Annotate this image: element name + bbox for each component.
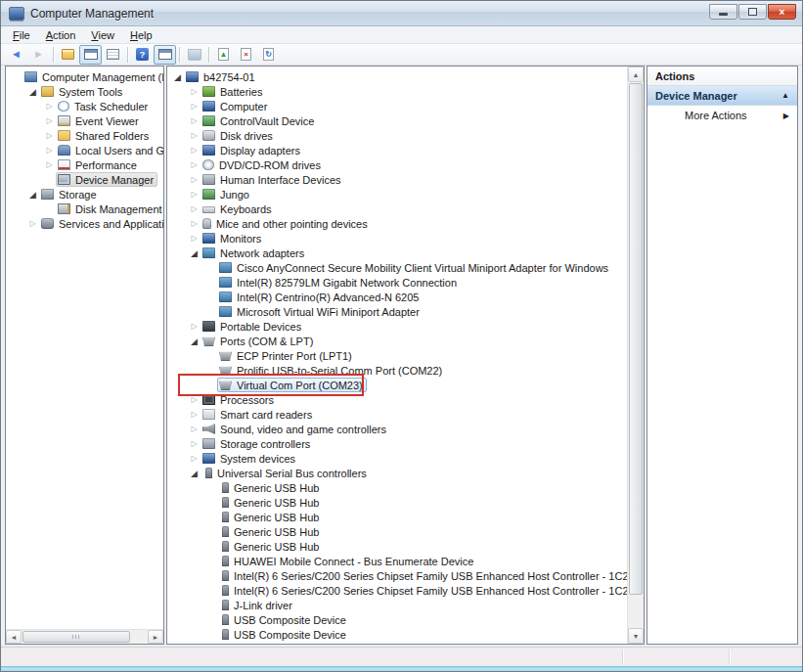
scroll-up-button[interactable]: ▲ — [628, 67, 644, 82]
device-tree-item[interactable]: J-Link driver — [167, 598, 627, 612]
scroll-down-button[interactable]: ▼ — [628, 628, 644, 644]
device-tree-item[interactable]: USB Mass Storage Device — [167, 642, 627, 645]
device-tree-item[interactable]: ▷ControlVault Device — [167, 113, 627, 128]
device-tree-item[interactable]: ▷Portable Devices — [167, 319, 627, 334]
device-tree-item[interactable]: ▷Batteries — [167, 84, 627, 99]
device-tree-item[interactable]: ▷Sound, video and game controllers — [167, 422, 627, 436]
device-tree-item[interactable]: HUAWEI Mobile Connect - Bus Enumerate De… — [167, 554, 627, 568]
expander-closed-icon[interactable]: ▷ — [188, 425, 201, 433]
console-tree-item[interactable]: ▷Task Scheduler — [6, 99, 163, 113]
actions-group-device-manager[interactable]: Device Manager ▲ — [647, 86, 797, 106]
restore-button[interactable] — [738, 4, 767, 20]
device-tree-item[interactable]: Intel(R) 6 Series/C200 Series Chipset Fa… — [167, 583, 627, 598]
minimize-button[interactable] — [709, 4, 737, 20]
expander-closed-icon[interactable]: ▷ — [188, 204, 201, 213]
expander-closed-icon[interactable]: ▷ — [43, 131, 56, 140]
device-tree-item[interactable]: ▷Smart card readers — [167, 407, 627, 422]
expander-closed-icon[interactable]: ▷ — [188, 116, 201, 125]
expander-closed-icon[interactable]: ▷ — [188, 410, 201, 419]
properties-button[interactable] — [102, 45, 124, 65]
expander-closed-icon[interactable]: ▷ — [188, 131, 201, 140]
device-tree-item[interactable]: ▷Storage controllers — [167, 436, 627, 451]
device-tree-item[interactable]: Virtual Com Port (COM23) — [167, 378, 627, 392]
back-button[interactable]: ◄ — [5, 45, 27, 65]
device-tree-item[interactable]: ▷Processors — [167, 392, 627, 407]
scan-hardware-button[interactable]: ↻ — [257, 45, 280, 65]
expander-open-icon[interactable]: ◢ — [171, 72, 184, 82]
more-actions-item[interactable]: More Actions ▶ — [647, 106, 797, 125]
device-tree-item[interactable]: ▷Mice and other pointing devices — [167, 216, 627, 231]
show-console-tree-button[interactable] — [57, 45, 79, 65]
device-tree-item[interactable]: USB Composite Device — [167, 627, 627, 642]
console-tree-item[interactable]: ▷Shared Folders — [6, 128, 163, 143]
expander-closed-icon[interactable]: ▷ — [188, 146, 201, 155]
device-tree-item[interactable]: ▷DVD/CD-ROM drives — [167, 157, 627, 172]
device-tree-item[interactable]: ▷Computer — [167, 99, 627, 113]
console-tree-item[interactable]: ▷Event Viewer — [6, 113, 163, 128]
device-tree-item[interactable]: ▷Jungo — [167, 187, 627, 202]
device-tree-item[interactable]: Intel(R) Centrino(R) Advanced-N 6205 — [167, 290, 627, 304]
expander-closed-icon[interactable]: ▷ — [26, 219, 39, 228]
expander-closed-icon[interactable]: ▷ — [188, 102, 201, 111]
menu-help[interactable]: Help — [122, 28, 160, 42]
menu-file[interactable]: File — [5, 28, 38, 42]
scroll-right-button[interactable]: ► — [148, 630, 163, 644]
console-tree-item[interactable]: ◢Storage — [6, 187, 163, 202]
device-tree-item[interactable]: ◢Network adapters — [167, 246, 627, 260]
uninstall-device-button[interactable]: × — [235, 45, 257, 65]
collapse-arrow-icon[interactable]: ▲ — [781, 91, 789, 100]
device-tree-item[interactable]: ◢Ports (COM & LPT) — [167, 334, 627, 348]
console-tree-item[interactable]: Device Manager — [6, 172, 163, 187]
device-tree-item[interactable]: Generic USB Hub — [167, 480, 627, 495]
expander-closed-icon[interactable]: ▷ — [188, 160, 201, 169]
expander-closed-icon[interactable]: ▷ — [188, 175, 201, 184]
expander-closed-icon[interactable]: ▷ — [43, 102, 56, 111]
close-button[interactable]: × — [768, 4, 796, 20]
device-tree-item[interactable]: Cisco AnyConnect Secure Mobility Client … — [167, 260, 627, 275]
expander-closed-icon[interactable]: ▷ — [188, 87, 201, 96]
update-driver-button[interactable]: ▲ — [212, 45, 235, 65]
console-tree-item[interactable]: Computer Management (Local — [6, 69, 163, 84]
device-tree-item[interactable]: ▷System devices — [167, 451, 627, 466]
device-tree-item[interactable]: ▷Keyboards — [167, 202, 627, 216]
show-action-pane-button[interactable] — [154, 45, 176, 65]
device-tree-item[interactable]: ▷Human Interface Devices — [167, 172, 627, 187]
device-tree-item[interactable]: ▷Disk drives — [167, 128, 627, 143]
expander-closed-icon[interactable]: ▷ — [188, 190, 201, 199]
device-tree-item[interactable]: USB Composite Device — [167, 612, 627, 627]
console-tree-item[interactable]: ◢System Tools — [6, 84, 163, 99]
expander-open-icon[interactable]: ◢ — [188, 336, 201, 346]
remote-computer-button[interactable] — [183, 45, 205, 65]
device-tree-item[interactable]: Generic USB Hub — [167, 524, 627, 539]
vertical-scrollbar[interactable]: ▲ ▼ — [627, 67, 644, 644]
device-tree-item[interactable]: ◢Universal Serial Bus controllers — [167, 466, 627, 480]
title-bar[interactable]: Computer Management × — [1, 1, 802, 26]
device-tree-item[interactable]: ECP Printer Port (LPT1) — [167, 348, 627, 363]
expander-open-icon[interactable]: ◢ — [188, 248, 201, 258]
console-tree-item[interactable]: Disk Management — [6, 202, 163, 216]
expander-open-icon[interactable]: ◢ — [26, 87, 39, 97]
device-tree-item[interactable]: Intel(R) 82579LM Gigabit Network Connect… — [167, 275, 627, 290]
expander-open-icon[interactable]: ◢ — [26, 190, 39, 200]
expander-closed-icon[interactable]: ▷ — [188, 234, 201, 243]
console-window-button[interactable] — [79, 45, 102, 65]
expander-closed-icon[interactable]: ▷ — [43, 116, 56, 125]
horizontal-scrollbar[interactable]: ◄ ► — [6, 629, 163, 644]
expander-closed-icon[interactable]: ▷ — [188, 395, 201, 404]
device-tree-item[interactable]: Intel(R) 6 Series/C200 Series Chipset Fa… — [167, 568, 627, 583]
expander-closed-icon[interactable]: ▷ — [43, 160, 56, 169]
device-tree-item[interactable]: Generic USB Hub — [167, 495, 627, 510]
expander-closed-icon[interactable]: ▷ — [188, 219, 201, 228]
expander-closed-icon[interactable]: ▷ — [188, 322, 201, 331]
device-tree-item[interactable]: ◢b42754-01 — [167, 69, 627, 84]
device-tree-item[interactable]: ▷Monitors — [167, 231, 627, 246]
forward-button[interactable]: ► — [27, 45, 50, 65]
horizontal-scrollbar-thumb[interactable] — [22, 631, 130, 643]
console-tree-item[interactable]: ▷Local Users and Groups — [6, 143, 163, 157]
menu-view[interactable]: View — [83, 28, 122, 42]
console-tree-item[interactable]: ▷Performance — [6, 157, 163, 172]
scroll-left-button[interactable]: ◄ — [6, 630, 22, 644]
expander-open-icon[interactable]: ◢ — [188, 469, 201, 478]
console-tree-item[interactable]: ▷Services and Applications — [6, 216, 163, 231]
device-tree-item[interactable]: Microsoft Virtual WiFi Miniport Adapter — [167, 304, 627, 319]
